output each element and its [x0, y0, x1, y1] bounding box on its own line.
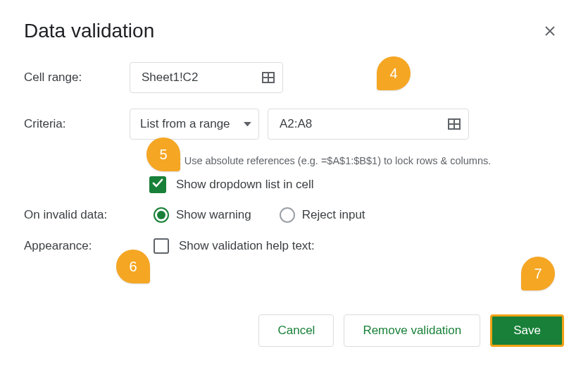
criteria-type-dropdown[interactable]: List from a range [130, 109, 259, 140]
show-dropdown-label: Show dropdown list in cell [176, 178, 314, 192]
criteria-tip: Tip: Use absolute references (e.g. =$A$1… [130, 155, 491, 166]
criteria-type-value: List from a range [140, 117, 239, 131]
radio-icon [280, 207, 295, 223]
on-invalid-row: On invalid data: Show warning Reject inp… [24, 207, 564, 223]
save-button[interactable]: Save [490, 314, 564, 347]
dialog-title: Data validation [24, 20, 564, 42]
remove-validation-label: Remove validation [363, 324, 461, 338]
radio-icon [154, 207, 169, 223]
save-button-label: Save [513, 324, 541, 338]
cell-range-row: Cell range: [24, 62, 564, 93]
caret-down-icon [244, 120, 251, 128]
radio-show-warning[interactable]: Show warning [154, 207, 251, 223]
check-icon [151, 177, 164, 192]
close-icon [544, 25, 556, 39]
criteria-range-input[interactable] [278, 116, 447, 132]
callout-6: 6 [116, 250, 150, 283]
criteria-label: Criteria: [24, 117, 130, 131]
dialog-buttons: Cancel Remove validation Save [258, 314, 564, 347]
close-button[interactable] [540, 23, 560, 42]
criteria-tip-row: Tip: Use absolute references (e.g. =$A$1… [24, 155, 564, 166]
criteria-row: Criteria: List from a range [24, 109, 564, 140]
radio-reject-input[interactable]: Reject input [280, 207, 365, 223]
cancel-button-label: Cancel [277, 324, 315, 338]
grid-icon[interactable] [447, 117, 461, 131]
cell-range-field[interactable] [130, 62, 283, 93]
cell-range-label: Cell range: [24, 70, 130, 85]
appearance-row: Appearance: Show validation help text: [24, 238, 564, 254]
show-dropdown-row: Show dropdown list in cell [24, 176, 564, 193]
callout-7: 7 [521, 257, 555, 290]
show-help-text-label: Show validation help text: [179, 239, 315, 253]
show-dropdown-checkbox[interactable] [149, 176, 166, 193]
grid-icon[interactable] [261, 70, 275, 85]
cancel-button[interactable]: Cancel [258, 314, 334, 347]
remove-validation-button[interactable]: Remove validation [344, 314, 480, 347]
criteria-range-field[interactable] [268, 109, 469, 140]
appearance-label: Appearance: [24, 239, 154, 253]
data-validation-dialog: Data validation Cell range: Criteria: Li… [0, 0, 588, 368]
on-invalid-label: On invalid data: [24, 208, 154, 222]
show-help-text-checkbox[interactable] [154, 238, 169, 254]
cell-range-input[interactable] [140, 70, 261, 85]
radio-show-warning-label: Show warning [176, 208, 251, 222]
radio-reject-input-label: Reject input [302, 208, 365, 222]
